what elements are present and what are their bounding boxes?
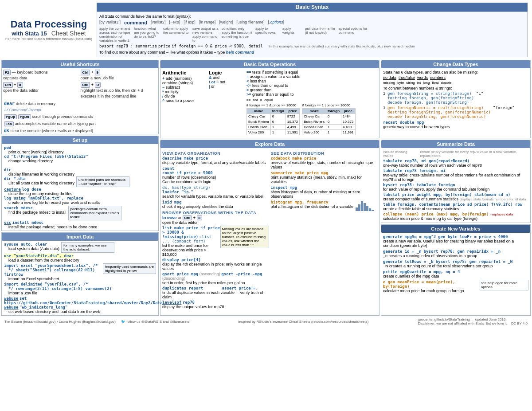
isid-desc: check if mpg uniquely identifies the dat…	[162, 204, 233, 209]
use-stata-cmd: use "yourStataFile.dta", dear	[4, 254, 74, 258]
disclaimer-text: Disclaimer: we are not affiliated with S…	[418, 321, 508, 325]
bysort-tab-desc: for each value of rep78, apply the comma…	[383, 187, 489, 192]
explore-header: Explore Data	[160, 140, 379, 148]
lookfor-desc: search for variable types, variable name…	[162, 194, 263, 199]
lookfor-cmd: lookfor "in."	[162, 190, 193, 194]
r1c2: 0	[270, 114, 286, 119]
import-data-section: Import Data sysuse auto, clear load syst…	[1, 232, 159, 316]
count-if-row: count if price > 5000 number of rows (ob…	[162, 171, 269, 184]
setup-content: pwd print current (working) directory cd…	[2, 144, 158, 231]
r2c1b: Buick Riviera	[302, 119, 326, 125]
browse-row: browse or Ctrl + 8 open the data editor	[162, 215, 269, 225]
summarize-cmd: summarize make price mpg	[271, 171, 329, 175]
import-delimited-cmd: import delimited "yourFile.csv", /*	[4, 282, 88, 286]
summarize-desc: print summary statistics (mean, stdev, m…	[271, 175, 362, 184]
title-cheat: Cheat Sheet	[51, 30, 86, 37]
dear-shortcut: dear delete data in memory	[2, 100, 158, 107]
not-label: not	[253, 98, 258, 102]
table-cmd: table foreign, contents(mean price sd pr…	[383, 202, 522, 207]
col-foreign: foreign	[270, 109, 286, 114]
search-content: search mdesc find the package mdesc to i…	[4, 206, 66, 215]
r3c3b: 4,499	[341, 125, 355, 130]
pgup-pgdn: PgUp PgDn scroll through previous comman…	[2, 113, 158, 120]
equal-label: equal	[264, 98, 273, 102]
ctrl-key-b: Ctrl	[183, 215, 192, 220]
import-delimited-desc: import a .csv file	[4, 291, 37, 295]
string-result: "1"	[476, 91, 483, 105]
import-excel-note: frequently used commands are highlighted…	[103, 263, 156, 274]
change-data-types-section: Change Data Types Stata has 6 data types…	[381, 60, 531, 138]
logic-col: Logic & and ! or ~ not | or	[209, 70, 244, 136]
num-2: 1	[383, 106, 385, 119]
dear-cmd: dear	[4, 101, 15, 106]
tostring-foreign: tostring foreign, gen(foreignString)	[387, 96, 474, 100]
r1c1b: Chevy Car	[302, 114, 326, 119]
gsort-row: gsort price mpg (ascending) gsort -price…	[162, 272, 269, 285]
bar6	[369, 208, 371, 211]
describe-desc: display variable type, format, and any v…	[162, 160, 266, 165]
ascending-label: (ascending)	[200, 272, 220, 276]
assert-cmd: assert price!=.	[222, 286, 258, 290]
collapse-row: collapse (mean) price (max) mpg, by(fore…	[383, 212, 528, 221]
arithmetic-add: + add (numbers) combine (strings)	[162, 76, 207, 85]
codebook-desc: overview of variable type, stats, number…	[271, 160, 373, 169]
r1c1: Chevy Car	[247, 114, 271, 119]
duplicates-desc: finds all duplicate values in each varia…	[162, 290, 235, 295]
gen-totrows-row: generate totRows = _N bysort rep78: gen …	[383, 259, 528, 264]
create-binary: create binary variable for every rep78 v…	[420, 150, 528, 158]
import-delimited-row: import delimited "yourFile.csv", /* */ r…	[4, 282, 156, 295]
r4c3b: 11,991	[341, 130, 355, 135]
tabstat-desc: create compact table of summary statisti…	[383, 197, 458, 201]
table-row: table foreign, contents(mean price sd pr…	[383, 202, 528, 211]
import-excel-row: import excel "yourSpreadsheet.xlsx", /* …	[4, 263, 156, 281]
comp-gte: >= greater than or equal to	[246, 92, 377, 97]
codebook-cmd: codebook make price	[271, 156, 317, 160]
import-content: sysuse auto, clear load system data (Aut…	[2, 241, 158, 315]
duplicates-row: duplicates report assert price!=. finds …	[162, 286, 269, 299]
dir-desc: display filenames in working directory	[4, 172, 156, 176]
isid-cmd: isid mpg	[162, 200, 181, 204]
codebook-row: codebook make price overview of variable…	[271, 156, 378, 169]
comp-assign: = assigns a value to a variable	[246, 74, 377, 79]
example-tables: if foreign == 1 & price >= 10000 makefor…	[246, 103, 377, 136]
at-command-label: At Command Prompt	[4, 108, 156, 112]
tab-key: Tab	[4, 121, 14, 126]
gen-totrows-cmd: generate totRows = _N	[383, 259, 434, 264]
sysuse-row: sysuse auto, clear load system data (Aut…	[4, 242, 156, 253]
basic-syntax-section: Basic Syntax All Stata commands have the…	[97, 3, 528, 57]
type-truefalse: true/false	[399, 75, 415, 80]
bar2	[358, 204, 360, 211]
browse-obs-header: Browse Observations within the Data	[162, 211, 269, 215]
pwd-cmd: pwd	[4, 145, 156, 150]
summarize-content: include missing values create binary var…	[381, 148, 530, 223]
egen-row: e gen meanPrice = mean(price), by(foreig…	[383, 280, 528, 293]
types-row: no data true/false words numbers	[383, 75, 528, 80]
collapse-desc: calculate mean price & max mpg by car ty…	[383, 216, 477, 221]
search-desc: find the package mdesc to install	[4, 210, 66, 215]
f2-key: F2	[3, 70, 11, 75]
authors-text: Tim Essam (tessam@usaid.gov) • Laura Hug…	[4, 320, 116, 324]
r4c2b: 1	[326, 130, 341, 135]
describe-cmd: describe make price	[162, 156, 208, 160]
sysuse-note: for many examples, we use the auto datas…	[61, 242, 114, 253]
r4c2: 1	[270, 130, 286, 135]
collapse-cmd: collapse (mean) price (max) mpg, by(fore…	[383, 212, 489, 216]
logic-or: | or	[209, 84, 244, 89]
col-price: price	[286, 109, 299, 114]
recast-cmd: recast double mpg	[383, 120, 424, 125]
r3c1: Honda Civic	[247, 125, 271, 130]
log-using-desc: create a new log file to record your wor…	[4, 200, 100, 205]
logic-label: Logic	[209, 70, 244, 75]
browse-desc: open the data editor	[162, 220, 198, 225]
syntax-intro: All Stata commands have the same format …	[99, 14, 525, 19]
tab-shortcut: Tab autocompletes variable name after ty…	[2, 120, 158, 127]
convert-string-row: 1 gen foreignString = string(foreign) to…	[383, 91, 528, 105]
setup-section: Set up pwd print current (working) direc…	[1, 136, 159, 231]
list-desc: list the make and price for observations…	[162, 243, 208, 257]
val-float: float	[432, 81, 438, 85]
site-text: geocenter.github.io/StataTraining	[418, 317, 469, 321]
r2c2: 0	[270, 119, 286, 125]
ssc-install-cmd: install mdesc	[12, 220, 43, 225]
recast-row: recast double mpg generic way to convert…	[383, 120, 528, 129]
import-excel-opts: */ sheet("Sheet1") cellrange(A2:H11) fir…	[4, 268, 95, 277]
